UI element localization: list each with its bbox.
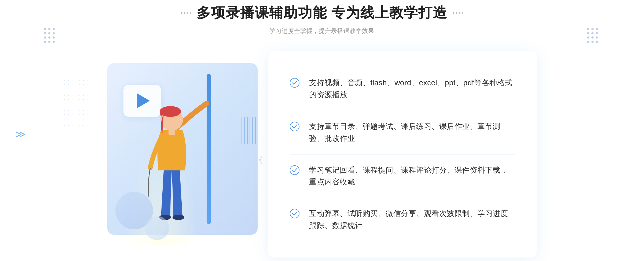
page-title: 多项录播课辅助功能 专为线上教学打造	[197, 3, 447, 22]
dot-pattern-left	[59, 75, 91, 129]
page-header: 多项录播课辅助功能 专为线上教学打造 学习进度全掌握，提升录播课教学效果	[181, 3, 463, 35]
chevrons-decoration: 《	[254, 154, 263, 166]
svg-point-7	[290, 166, 299, 175]
feature-item-3: 学习笔记回看、课程提问、课程评论打分、课件资料下载，重点内容收藏	[290, 155, 515, 198]
deco-circle-medium	[145, 216, 169, 240]
feature-text-1: 支持视频、音频、flash、word、excel、ppt、pdf等各种格式的资源…	[309, 77, 515, 101]
check-icon-3	[290, 165, 299, 175]
stripe-decoration	[241, 117, 258, 144]
title-dots-right	[453, 12, 463, 14]
svg-point-1	[160, 106, 181, 117]
check-icon-4	[290, 209, 299, 218]
illustration-area: 《	[107, 63, 279, 245]
svg-point-5	[290, 78, 299, 87]
feature-item-2: 支持章节目录、弹题考试、课后练习、课后作业、章节测验、批改作业	[290, 111, 515, 155]
arrow-left-decoration: ≫	[16, 129, 26, 140]
check-icon-2	[290, 122, 299, 131]
title-wrap: 多项录播课辅助功能 专为线上教学打造	[181, 3, 463, 22]
feature-item-1: 支持视频、音频、flash、word、excel、ppt、pdf等各种格式的资源…	[290, 67, 515, 111]
title-dots-left	[181, 12, 191, 14]
feature-text-2: 支持章节目录、弹题考试、课后练习、课后作业、章节测验、批改作业	[309, 121, 515, 145]
header-dots-left	[43, 27, 58, 44]
svg-point-8	[290, 209, 299, 218]
main-content: 《	[107, 51, 537, 257]
svg-point-6	[290, 122, 299, 131]
features-card: 支持视频、音频、flash、word、excel、ppt、pdf等各种格式的资源…	[268, 51, 537, 257]
feature-item-4: 互动弹幕、试听购买、微信分享、观看次数限制、学习进度跟踪、数据统计	[290, 198, 515, 241]
check-icon-1	[290, 78, 299, 88]
svg-point-3	[173, 215, 184, 220]
svg-rect-4	[169, 130, 175, 135]
feature-text-4: 互动弹幕、试听购买、微信分享、观看次数限制、学习进度跟踪、数据统计	[309, 208, 515, 232]
header-dots-right	[586, 27, 601, 44]
page-subtitle: 学习进度全掌握，提升录播课教学效果	[181, 27, 463, 35]
feature-text-3: 学习笔记回看、课程提问、课程评论打分、课件资料下载，重点内容收藏	[309, 164, 515, 188]
